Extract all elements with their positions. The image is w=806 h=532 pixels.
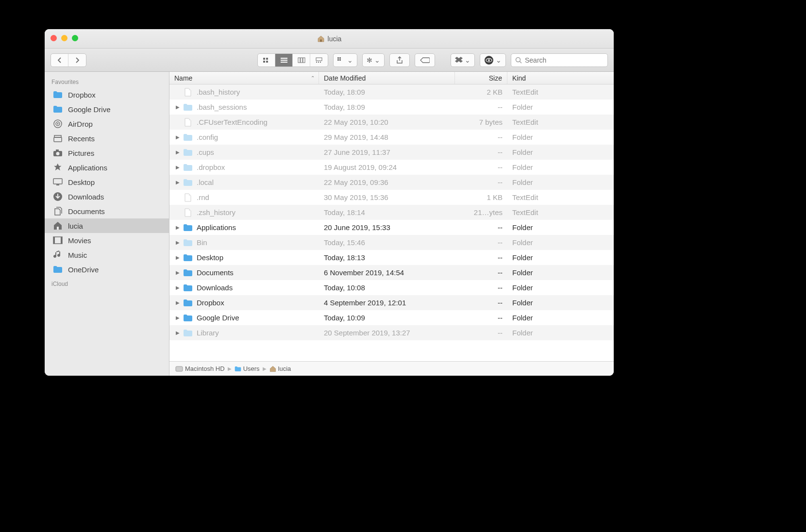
file-row[interactable]: ▶ .cups 27 June 2019, 11:37 -- Folder: [169, 145, 614, 160]
file-kind: TextEdit: [507, 205, 614, 220]
disclosure-triangle[interactable]: ▶: [174, 165, 181, 170]
disclosure-triangle[interactable]: ▶: [174, 300, 181, 305]
column-view-button[interactable]: [293, 54, 310, 66]
svg-rect-7: [281, 62, 287, 63]
gallery-view-button[interactable]: [310, 54, 328, 66]
file-row[interactable]: ▶ Google Drive Today, 10:09 -- Folder: [169, 310, 614, 325]
svg-rect-5: [281, 58, 287, 59]
disclosure-triangle[interactable]: ▶: [174, 150, 181, 155]
file-date: Today, 18:14: [319, 205, 455, 220]
folder-icon: [183, 268, 193, 278]
sidebar-item-recents[interactable]: Recents: [45, 131, 169, 146]
disk-icon: [175, 365, 183, 373]
fullscreen-button[interactable]: [72, 35, 78, 41]
path-label: lucia: [278, 365, 291, 372]
path-item[interactable]: Macintosh HD: [175, 365, 225, 373]
sidebar-item-onedrive[interactable]: OneDrive: [45, 262, 169, 277]
file-row[interactable]: ▶ .dropbox 19 August 2019, 09:24 -- Fold…: [169, 160, 614, 175]
sidebar-item-lucia[interactable]: lucia: [45, 218, 169, 233]
sidebar-item-airdrop[interactable]: AirDrop: [45, 116, 169, 131]
file-row[interactable]: ▶ .bash_sessions Today, 18:09 -- Folder: [169, 100, 614, 115]
file-date: 20 June 2019, 15:33: [319, 220, 455, 235]
sidebar-item-applications[interactable]: Applications: [45, 160, 169, 175]
tags-button[interactable]: [415, 53, 435, 67]
svg-rect-9: [301, 58, 302, 63]
eye-icon: [484, 55, 494, 65]
file-size: 7 bytes: [455, 115, 507, 130]
window-title-text: lucia: [328, 35, 342, 43]
share-button[interactable]: [389, 53, 410, 67]
path-item[interactable]: Users: [235, 365, 260, 372]
file-date: Today, 10:09: [319, 310, 455, 325]
file-kind: Folder: [507, 325, 614, 340]
sidebar-item-pictures[interactable]: Pictures: [45, 146, 169, 160]
sidebar-item-downloads[interactable]: Downloads: [45, 189, 169, 204]
path-label: Macintosh HD: [185, 365, 225, 372]
close-button[interactable]: [50, 35, 57, 41]
path-item[interactable]: lucia: [269, 365, 291, 372]
file-name: Google Drive: [197, 314, 239, 322]
toolbar: ⌄ ✻⌄ ⌄ ⌄: [45, 49, 614, 72]
svg-rect-28: [54, 135, 61, 137]
svg-rect-12: [316, 62, 317, 63]
disclosure-triangle[interactable]: ▶: [174, 104, 181, 110]
file-row[interactable]: ▶ Dropbox 4 September 2019, 12:01 -- Fol…: [169, 295, 614, 310]
file-kind: Folder: [507, 130, 614, 145]
file-date: 29 May 2019, 14:48: [319, 130, 455, 145]
disclosure-triangle[interactable]: ▶: [174, 240, 181, 245]
search-field[interactable]: [511, 53, 608, 67]
file-row[interactable]: ▶ Library 20 September 2019, 13:27 -- Fo…: [169, 325, 614, 340]
recents-icon: [52, 133, 63, 144]
forward-button[interactable]: [68, 54, 86, 66]
action-button[interactable]: ✻⌄: [362, 53, 385, 67]
file-row[interactable]: ▶ .local 22 May 2019, 09:36 -- Folder: [169, 175, 614, 190]
back-button[interactable]: [51, 54, 68, 66]
disclosure-triangle[interactable]: ▶: [174, 330, 181, 335]
sidebar-item-dropbox[interactable]: Dropbox: [45, 87, 169, 102]
file-row[interactable]: .bash_history Today, 18:09 2 KB TextEdit: [169, 84, 614, 100]
file-row[interactable]: ▶ Applications 20 June 2019, 15:33 -- Fo…: [169, 220, 614, 235]
sidebar-item-music[interactable]: Music: [45, 248, 169, 262]
sidebar-item-documents[interactable]: Documents: [45, 204, 169, 218]
camera-icon: [52, 148, 63, 158]
disclosure-triangle[interactable]: ▶: [174, 180, 181, 185]
icon-view-button[interactable]: [258, 54, 275, 66]
file-row[interactable]: ▶ .config 29 May 2019, 14:48 -- Folder: [169, 130, 614, 145]
list-view-button[interactable]: [275, 54, 293, 66]
file-row[interactable]: ▶ Bin Today, 15:46 -- Folder: [169, 235, 614, 250]
file-row[interactable]: .CFUserTextEncoding 22 May 2019, 10:20 7…: [169, 115, 614, 130]
sidebar-item-desktop[interactable]: Desktop: [45, 175, 169, 189]
file-row[interactable]: ▶ Documents 6 November 2019, 14:54 -- Fo…: [169, 265, 614, 280]
search-input[interactable]: [525, 56, 604, 64]
group-by-button[interactable]: ⌄: [333, 53, 357, 67]
disclosure-triangle[interactable]: ▶: [174, 285, 181, 290]
sidebar-item-label: Pictures: [68, 149, 94, 157]
column-header-size[interactable]: Size: [455, 72, 507, 84]
disclosure-triangle[interactable]: ▶: [174, 270, 181, 275]
column-header-kind[interactable]: Kind: [507, 72, 614, 84]
chevron-down-icon: ⌄: [465, 56, 470, 64]
disclosure-triangle[interactable]: ▶: [174, 134, 181, 140]
sidebar-item-label: AirDrop: [68, 120, 93, 128]
file-row[interactable]: ▶ Downloads Today, 10:08 -- Folder: [169, 280, 614, 295]
folder-icon: [235, 366, 241, 372]
folder-apps-icon: [183, 223, 193, 233]
sidebar-item-label: Applications: [68, 164, 107, 172]
svg-rect-0: [320, 39, 321, 42]
minimize-button[interactable]: [61, 35, 67, 41]
disclosure-triangle[interactable]: ▶: [174, 225, 181, 230]
hidden-files-button[interactable]: ⌄: [480, 53, 506, 67]
column-header-date[interactable]: Date Modified: [319, 72, 455, 84]
svg-rect-6: [281, 60, 287, 61]
dropbox-toolbar-button[interactable]: ⌄: [451, 53, 475, 67]
file-kind: TextEdit: [507, 84, 614, 100]
sidebar-item-movies[interactable]: Movies: [45, 233, 169, 248]
file-row[interactable]: ▶ Desktop Today, 18:13 -- Folder: [169, 250, 614, 265]
sidebar-item-google-drive[interactable]: Google Drive: [45, 102, 169, 116]
column-header-name[interactable]: Name⌃: [169, 72, 319, 84]
file-row[interactable]: .rnd 30 May 2019, 15:36 1 KB TextEdit: [169, 190, 614, 205]
file-row[interactable]: .zsh_history Today, 18:14 21…ytes TextEd…: [169, 205, 614, 220]
file-list[interactable]: .bash_history Today, 18:09 2 KB TextEdit…: [169, 84, 614, 361]
disclosure-triangle[interactable]: ▶: [174, 315, 181, 320]
disclosure-triangle[interactable]: ▶: [174, 255, 181, 260]
